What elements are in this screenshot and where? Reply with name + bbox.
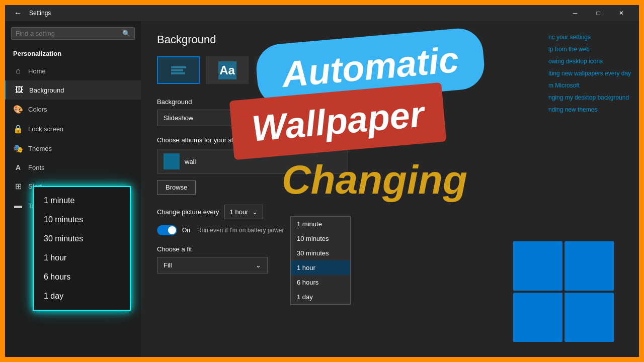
right-hints: nc your settings lp from the web owing d… <box>548 31 639 116</box>
main-content: Background Aa let idiotsur day <box>141 21 639 357</box>
start-icon: ⊞ <box>13 182 23 191</box>
album-row: wall <box>157 149 348 174</box>
sidebar-item-home-label: Home <box>28 67 46 75</box>
browse-button[interactable]: Browse <box>157 180 196 195</box>
search-bar[interactable]: 🔍 <box>11 27 135 40</box>
change-every-dropdown[interactable]: 1 hour ⌄ <box>224 205 264 219</box>
interval-30min[interactable]: 30 minutes <box>291 246 350 260</box>
fit-dropdown[interactable]: Fill ⌄ <box>157 257 268 274</box>
sidebar-section-label: Personalization <box>5 48 141 61</box>
album-name: wall <box>185 158 196 165</box>
search-input[interactable] <box>16 30 122 37</box>
background-dropdown[interactable]: Slideshow ⌄ <box>157 110 268 126</box>
win-logo-grid <box>513 241 614 342</box>
sidebar-item-colors-label: Colors <box>28 106 47 113</box>
change-every-row: Change picture every 1 hour ⌄ <box>157 205 623 219</box>
win-tile-3 <box>513 293 562 342</box>
preview-dark <box>321 56 364 84</box>
neon-30min[interactable]: 30 minutes <box>34 229 130 248</box>
sidebar-item-themes[interactable]: 🎭 Themes <box>5 139 141 158</box>
window-controls: ─ □ ✕ <box>564 5 633 21</box>
hint-sync: nc your settings <box>548 31 639 43</box>
sidebar-item-background-label: Background <box>29 86 64 94</box>
interval-1day[interactable]: 1 day <box>291 290 350 304</box>
themes-icon: 🎭 <box>13 144 23 153</box>
toggle-knob <box>168 226 176 234</box>
sidebar-item-fonts-label: Fonts <box>28 164 45 171</box>
change-every-value: 1 hour <box>230 208 249 216</box>
hint-microsoft: m Microsoft <box>548 79 639 92</box>
chevron-down-icon: ⌄ <box>256 114 261 122</box>
interval-6hours[interactable]: 6 hours <box>291 275 350 290</box>
sidebar-item-colors[interactable]: 🎨 Colors <box>5 100 141 119</box>
win-tile-4 <box>565 293 614 342</box>
settings-window: ← Settings ─ □ ✕ 🔍 Personalization ⌂ Hom… <box>5 5 639 357</box>
titlebar: ← Settings ─ □ ✕ <box>5 5 639 21</box>
sidebar-item-lockscreen-label: Lock screen <box>28 125 63 133</box>
hint-help: lp from the web <box>548 43 639 55</box>
taskbar-icon: ▬ <box>13 201 23 210</box>
hint-themes[interactable]: nding new themes <box>548 104 639 116</box>
album-thumbnail <box>164 153 180 169</box>
search-icon: 🔍 <box>122 30 130 37</box>
win-tile-1 <box>513 241 562 291</box>
sidebar-item-background[interactable]: 🖼 Background <box>5 80 141 100</box>
windows-logo <box>513 241 614 342</box>
colors-icon: 🎨 <box>13 105 23 114</box>
preview-text-block: let idiotsur day <box>255 56 315 84</box>
battery-row: On Run even if I'm on battery power <box>157 225 623 235</box>
neon-1min[interactable]: 1 minute <box>34 191 130 210</box>
interval-1hour[interactable]: 1 hour <box>291 260 350 275</box>
fonts-icon: A <box>13 163 23 171</box>
sidebar-item-lockscreen[interactable]: 🔒 Lock screen <box>5 119 141 139</box>
background-icon: 🖼 <box>14 85 24 95</box>
hint-change-bg[interactable]: nging my desktop background <box>548 92 639 104</box>
choose-albums-label: Choose albums for your slideshow <box>157 136 623 144</box>
chevron-down-icon-3: ⌄ <box>256 261 261 269</box>
interval-10min[interactable]: 10 minutes <box>291 231 350 246</box>
preview-sample-aa: Aa <box>206 56 249 84</box>
neon-10min[interactable]: 10 minutes <box>34 210 130 229</box>
window-title: Settings <box>29 10 564 17</box>
preview-aa-text: Aa <box>219 63 235 77</box>
toggle-on-label: On <box>182 227 190 234</box>
hint-icons[interactable]: owing desktop icons <box>548 55 639 67</box>
sidebar-item-fonts[interactable]: A Fonts <box>5 158 141 176</box>
win-tile-2 <box>565 241 614 291</box>
battery-toggle[interactable] <box>157 225 177 235</box>
neon-6hours[interactable]: 6 hours <box>34 267 130 287</box>
small-interval-popup: 1 minute 10 minutes 30 minutes 1 hour 6 … <box>290 216 351 305</box>
sidebar-item-themes-label: Themes <box>28 145 52 152</box>
close-button[interactable]: ✕ <box>610 5 633 21</box>
background-dropdown-value: Slideshow <box>164 114 193 122</box>
neon-1hour[interactable]: 1 hour <box>34 248 130 267</box>
lockscreen-icon: 🔒 <box>13 124 23 134</box>
battery-text: Run even if I'm on battery power <box>197 227 284 234</box>
interval-1min[interactable]: 1 minute <box>291 217 350 231</box>
neon-1day[interactable]: 1 day <box>34 287 130 306</box>
sidebar-item-home[interactable]: ⌂ Home <box>5 61 141 80</box>
minimize-button[interactable]: ─ <box>564 5 587 21</box>
back-button[interactable]: ← <box>11 6 25 20</box>
neon-interval-popup: 1 minute 10 minutes 30 minutes 1 hour 6 … <box>33 186 131 311</box>
fit-dropdown-value: Fill <box>164 261 172 269</box>
change-every-label: Change picture every <box>157 208 219 216</box>
home-icon: ⌂ <box>13 66 23 75</box>
maximize-button[interactable]: □ <box>587 5 610 21</box>
chevron-down-icon-2: ⌄ <box>252 208 258 216</box>
hint-wallpapers[interactable]: tting new wallpapers every day <box>548 67 639 79</box>
preview-thumb-1 <box>157 56 200 84</box>
